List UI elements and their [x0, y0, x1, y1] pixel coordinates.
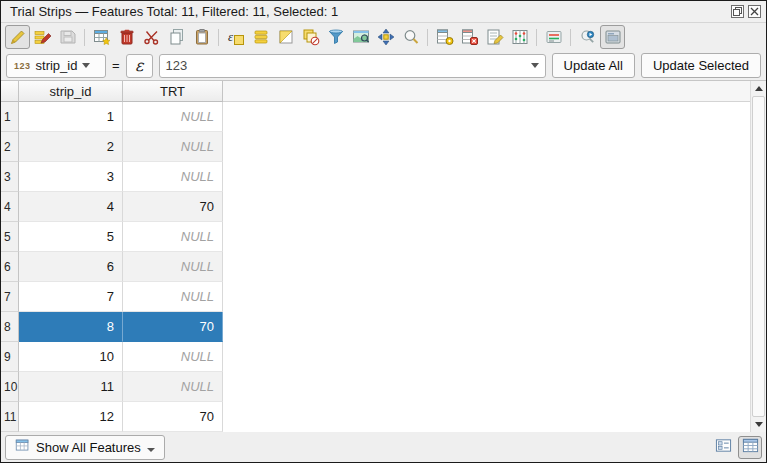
- abacus-icon: [511, 28, 529, 46]
- row-number-cell[interactable]: 3: [1, 162, 19, 192]
- trt-cell[interactable]: NULL: [123, 342, 223, 372]
- vertical-scrollbar[interactable]: [750, 81, 766, 432]
- toolbar-separator: [84, 29, 85, 46]
- scroll-up-arrow-icon[interactable]: [751, 81, 766, 96]
- strip-id-cell[interactable]: 4: [19, 192, 123, 222]
- trt-cell[interactable]: 70: [123, 312, 223, 342]
- strip-id-cell[interactable]: 10: [19, 342, 123, 372]
- new-field-button[interactable]: [432, 25, 457, 49]
- trt-cell[interactable]: NULL: [123, 102, 223, 132]
- strip-id-cell[interactable]: 7: [19, 282, 123, 312]
- save-edits-button[interactable]: [55, 25, 80, 49]
- strip-id-cell[interactable]: 11: [19, 372, 123, 402]
- strip-id-cell[interactable]: 3: [19, 162, 123, 192]
- multi-edit-button[interactable]: [30, 25, 55, 49]
- strip-id-cell[interactable]: 12: [19, 402, 123, 432]
- row-number-cell[interactable]: 2: [1, 132, 19, 162]
- trt-cell[interactable]: 70: [123, 192, 223, 222]
- paste-clipboard-icon: [193, 28, 211, 46]
- strip-id-cell[interactable]: 1: [19, 102, 123, 132]
- copy-button[interactable]: [164, 25, 189, 49]
- row-number-cell[interactable]: 1: [1, 102, 19, 132]
- update-value-input[interactable]: 123: [159, 54, 546, 78]
- zoom-map-to-selection-icon: [352, 28, 370, 46]
- trt-cell[interactable]: NULL: [123, 372, 223, 402]
- pan-map-to-selection-button[interactable]: [373, 25, 398, 49]
- close-window-button[interactable]: [748, 5, 761, 18]
- column-header-strip-id[interactable]: strip_id: [19, 81, 123, 102]
- column-header-trt[interactable]: TRT: [123, 81, 223, 102]
- conditional-formatting-icon: [545, 28, 563, 46]
- actions-button[interactable]: [575, 25, 600, 49]
- trt-cell[interactable]: NULL: [123, 132, 223, 162]
- field-calculator-button[interactable]: [482, 25, 507, 49]
- toolbar-separator: [427, 29, 428, 46]
- form-view-button[interactable]: [711, 436, 735, 459]
- trt-cell[interactable]: NULL: [123, 222, 223, 252]
- row-number-cell[interactable]: 6: [1, 252, 19, 282]
- close-icon: [750, 7, 759, 16]
- svg-text:ε: ε: [228, 29, 234, 44]
- trt-cell[interactable]: NULL: [123, 252, 223, 282]
- pan-arrows-icon: [377, 28, 395, 46]
- field-selector-value: strip_id: [36, 58, 78, 73]
- row-number-cell[interactable]: 8: [1, 312, 19, 342]
- table-row: 1011NULL: [1, 372, 223, 402]
- filter-form-button[interactable]: [323, 25, 348, 49]
- cut-button[interactable]: [139, 25, 164, 49]
- strip-id-cell[interactable]: 6: [19, 252, 123, 282]
- update-selected-button[interactable]: Update Selected: [641, 53, 761, 78]
- zoom-button[interactable]: [398, 25, 423, 49]
- scrollbar-thumb[interactable]: [752, 96, 765, 417]
- chevron-down-icon[interactable]: [531, 63, 539, 68]
- select-by-expression-button[interactable]: ε: [223, 25, 248, 49]
- dock-panel-icon: [604, 28, 622, 46]
- table-filter-icon: [15, 438, 30, 456]
- delete-selected-features-button[interactable]: [114, 25, 139, 49]
- field-update-bar: 123 strip_id = ε 123 Update All Update S…: [1, 51, 766, 81]
- zoom-map-to-selection-button[interactable]: [348, 25, 373, 49]
- delete-field-icon: [461, 28, 479, 46]
- toggle-editing-button[interactable]: [5, 25, 30, 49]
- table-view-icon: [742, 437, 759, 458]
- conditional-formatting-button[interactable]: [541, 25, 566, 49]
- toolbar-separator: [218, 29, 219, 46]
- select-all-button[interactable]: [248, 25, 273, 49]
- trt-cell[interactable]: 70: [123, 402, 223, 432]
- strip-id-cell[interactable]: 5: [19, 222, 123, 252]
- funnel-icon: [327, 28, 345, 46]
- scroll-down-arrow-icon[interactable]: [751, 417, 766, 432]
- table-view-button[interactable]: [738, 436, 762, 459]
- deselect-all-button[interactable]: [298, 25, 323, 49]
- trash-icon: [118, 28, 136, 46]
- row-number-cell[interactable]: 4: [1, 192, 19, 222]
- dock-attribute-table-button[interactable]: [600, 25, 625, 49]
- row-number-cell[interactable]: 9: [1, 342, 19, 372]
- chevron-down-icon: [82, 63, 90, 68]
- trt-cell[interactable]: NULL: [123, 282, 223, 312]
- epsilon-icon: ε: [135, 56, 143, 75]
- update-all-button[interactable]: Update All: [552, 53, 635, 78]
- invert-selection-button[interactable]: [273, 25, 298, 49]
- row-number-cell[interactable]: 5: [1, 222, 19, 252]
- delete-field-button[interactable]: [457, 25, 482, 49]
- window-title: Trial Strips — Features Total: 11, Filte…: [10, 4, 727, 19]
- form-view-icon: [715, 437, 732, 458]
- feature-filter-dropdown-button[interactable]: Show All Features: [5, 435, 165, 460]
- row-number-cell[interactable]: 7: [1, 282, 19, 312]
- organize-columns-button[interactable]: [507, 25, 532, 49]
- feature-filter-label: Show All Features: [36, 440, 141, 455]
- add-feature-button[interactable]: [89, 25, 114, 49]
- field-selector-dropdown[interactable]: 123 strip_id: [6, 54, 106, 78]
- row-number-cell[interactable]: 10: [1, 372, 19, 402]
- paste-button[interactable]: [189, 25, 214, 49]
- restore-window-button[interactable]: [731, 5, 744, 18]
- strip-id-cell[interactable]: 8: [19, 312, 123, 342]
- strip-id-cell[interactable]: 2: [19, 132, 123, 162]
- row-number-cell[interactable]: 11: [1, 402, 19, 432]
- corner-header-cell[interactable]: [1, 81, 19, 102]
- trt-cell[interactable]: NULL: [123, 162, 223, 192]
- footer-bar: Show All Features: [1, 432, 766, 462]
- expression-builder-button[interactable]: ε: [126, 54, 153, 78]
- toolbar-separator: [536, 29, 537, 46]
